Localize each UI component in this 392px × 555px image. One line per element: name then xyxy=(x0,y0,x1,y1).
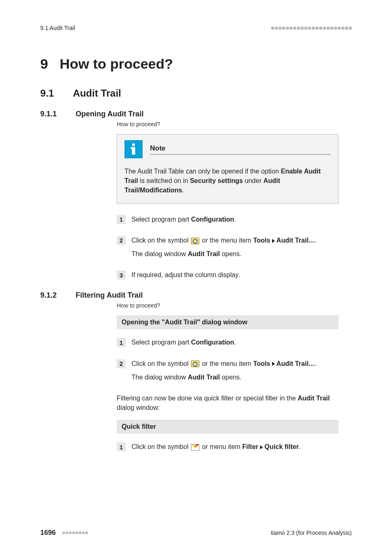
step-number: 1 xyxy=(117,215,126,224)
section-title: Audit Trail xyxy=(73,88,121,99)
subhead-bar: Opening the "Audit Trail" dialog window xyxy=(117,315,339,329)
step-text: Click on the symbol xyxy=(131,443,190,450)
quick-filter-icon xyxy=(191,444,199,451)
step-body: Click on the symbol or the menu item Too… xyxy=(131,359,339,386)
step-item: 2 Click on the symbol or the menu item T… xyxy=(117,236,339,263)
note-text: under xyxy=(243,177,263,184)
subsection-heading: 9.1.1 Opening Audit Trail xyxy=(40,110,352,118)
para-bold: Audit Trail xyxy=(297,395,330,402)
step-text: Select program part xyxy=(131,339,191,346)
subsection-number: 9.1.1 xyxy=(40,110,57,118)
subsection-title: Opening Audit Trail xyxy=(76,110,143,118)
note-bold: Security settings xyxy=(190,177,243,184)
step-text: or menu item xyxy=(200,443,242,450)
page-number: 1696 xyxy=(40,529,56,537)
subhead-bar: Quick filter xyxy=(117,420,339,434)
step-item: 1 Select program part Configuration. xyxy=(117,215,339,228)
step-number: 2 xyxy=(117,236,126,245)
step-text: . xyxy=(299,443,300,450)
step-body: Select program part Configuration. xyxy=(131,215,339,228)
step-body: Click on the symbol or menu item FilterQ… xyxy=(131,442,339,456)
step-text: Select program part xyxy=(131,216,191,223)
note-title: Note xyxy=(150,144,331,155)
step-bold: Tools xyxy=(253,237,270,244)
note-text: is switched on in xyxy=(138,177,190,184)
note-body: The Audit Trail Table can only be opened… xyxy=(125,166,331,195)
para-text: dialog window: xyxy=(117,404,160,411)
subsection-number: 9.1.2 xyxy=(40,291,57,300)
document-page: 9.1 Audit Trail 9 How to proceed? 9.1 Au… xyxy=(0,0,392,555)
chapter-heading: 9 How to proceed? xyxy=(40,56,352,72)
step-number: 2 xyxy=(117,359,126,368)
svg-rect-2 xyxy=(131,147,133,149)
procedure-crumb: How to proceed? xyxy=(117,302,352,309)
para-text: Filtering can now be done via quick filt… xyxy=(117,395,297,402)
step-item: 2 Click on the symbol or the menu item T… xyxy=(117,359,339,386)
svg-point-0 xyxy=(132,143,135,146)
running-head-left: 9.1 Audit Trail xyxy=(40,25,75,31)
step-bold: Configuration xyxy=(191,216,234,223)
chapter-number: 9 xyxy=(40,56,48,72)
step-item: 1 Click on the symbol or menu item Filte… xyxy=(117,442,339,456)
audit-trail-icon xyxy=(191,238,199,244)
step-text: opens. xyxy=(220,374,241,381)
step-bold: Audit Trail… xyxy=(277,237,315,244)
step-bold: Audit Trail xyxy=(188,374,220,381)
step-text: The dialog window xyxy=(131,374,188,381)
step-body: If required, adjust the column display. xyxy=(131,270,339,284)
page-footer: 1696 tiamo 2.3 (for Process Analysis) xyxy=(40,529,352,537)
step-bold: Audit Trail xyxy=(188,250,220,257)
step-number: 3 xyxy=(117,271,126,280)
subsection-heading: 9.1.2 Filtering Audit Trail xyxy=(40,291,352,300)
step-text: . xyxy=(234,216,236,223)
section-number: 9.1 xyxy=(40,88,54,99)
subsection-title: Filtering Audit Trail xyxy=(76,291,143,300)
step-text: The dialog window xyxy=(131,250,188,257)
step-text: . xyxy=(315,237,317,244)
step-bold: Filter xyxy=(242,443,258,450)
note-text: . xyxy=(182,187,184,194)
info-icon xyxy=(125,140,143,158)
step-text: . xyxy=(234,339,236,346)
step-bold: Configuration xyxy=(191,339,234,346)
note-box: Note The Audit Trail Table can only be o… xyxy=(117,134,339,204)
running-head: 9.1 Audit Trail xyxy=(40,25,352,31)
step-number: 1 xyxy=(117,338,126,347)
footer-product: tiamo 2.3 (for Process Analysis) xyxy=(271,530,352,536)
chapter-title: How to proceed? xyxy=(60,56,173,72)
step-bold: Audit Trail… xyxy=(277,360,315,367)
content-912: Opening the "Audit Trail" dialog window … xyxy=(117,315,339,456)
step-body: Select program part Configuration. xyxy=(131,338,339,351)
menu-arrow-icon xyxy=(272,239,275,243)
step-item: 1 Select program part Configuration. xyxy=(117,338,339,351)
menu-arrow-icon xyxy=(272,362,275,366)
footer-dots-icon xyxy=(62,532,88,534)
procedure-crumb: How to proceed? xyxy=(117,121,352,127)
step-text: Click on the symbol xyxy=(131,360,190,367)
step-text: opens. xyxy=(220,250,241,257)
audit-trail-icon xyxy=(191,361,199,367)
step-text: or the menu item xyxy=(200,360,253,367)
step-bold: Tools xyxy=(253,360,270,367)
header-dots-icon xyxy=(271,27,352,30)
note-header: Note xyxy=(125,140,331,158)
content-911: Note The Audit Trail Table can only be o… xyxy=(117,134,339,284)
paragraph: Filtering can now be done via quick filt… xyxy=(117,393,339,412)
note-text: The Audit Trail Table can only be opened… xyxy=(125,168,281,175)
step-text: . xyxy=(315,360,317,367)
step-text: If required, adjust the column display. xyxy=(131,270,339,280)
step-text: Click on the symbol xyxy=(131,237,190,244)
step-number: 1 xyxy=(117,442,126,451)
step-text: or the menu item xyxy=(200,237,253,244)
section-heading: 9.1 Audit Trail xyxy=(40,88,352,99)
step-body: Click on the symbol or the menu item Too… xyxy=(131,236,339,263)
step-item: 3 If required, adjust the column display… xyxy=(117,270,339,284)
menu-arrow-icon xyxy=(260,445,263,449)
step-bold: Quick filter xyxy=(265,443,299,450)
